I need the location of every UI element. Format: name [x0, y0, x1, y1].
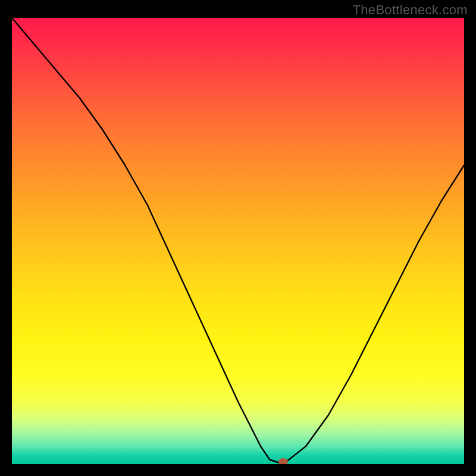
- curve-layer: [12, 18, 464, 464]
- watermark-text: TheBottleneck.com: [353, 2, 468, 18]
- bottleneck-curve: [12, 18, 464, 464]
- plot-border: [11, 17, 465, 465]
- chart-frame: TheBottleneck.com: [0, 0, 476, 476]
- optimal-point-marker: [278, 458, 288, 464]
- plot-area: [12, 18, 464, 464]
